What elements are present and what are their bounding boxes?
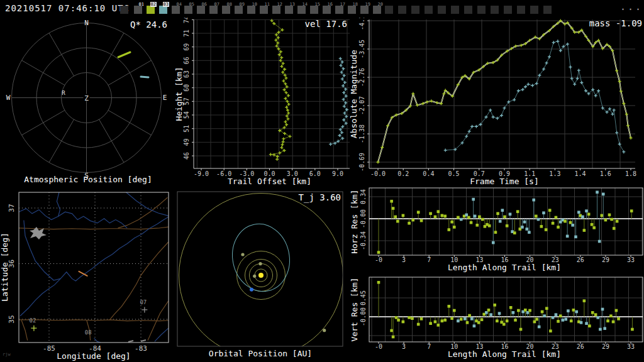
station-button-09[interactable]: 09 [235, 6, 243, 14]
y-tick-label: -1.38 [358, 124, 365, 143]
residual-point [450, 317, 453, 320]
station-button-13[interactable]: 13 [285, 6, 293, 14]
station-square-blank [120, 6, 128, 14]
station-button-17[interactable]: 17 [335, 6, 343, 14]
residual-point [377, 281, 380, 284]
station-button-10[interactable]: 10 [247, 6, 255, 14]
residual-point [429, 212, 432, 215]
residual-point [503, 216, 506, 219]
map-station-label-07: 07 [140, 299, 147, 305]
residual-point [468, 314, 471, 317]
river [57, 192, 60, 216]
meteor-streak-station-03 [141, 77, 148, 77]
series-line [445, 41, 624, 152]
residual-point [397, 319, 400, 322]
station-square-blank [411, 6, 419, 14]
station-button-04[interactable]: 04 [172, 6, 180, 14]
residual-point [552, 316, 555, 319]
residual-point [580, 321, 583, 324]
station-button-02[interactable]: 02 [147, 6, 155, 14]
planet-dot [323, 329, 326, 332]
overflow-menu-button[interactable]: ... [620, 1, 643, 13]
residual-point [549, 329, 552, 332]
river [155, 328, 169, 341]
y-tick-label: -0.00 [360, 209, 367, 228]
residual-point [613, 227, 616, 230]
river [126, 192, 169, 216]
station-button-01[interactable]: 01 [134, 6, 142, 14]
residual-point [537, 218, 540, 221]
residual-point [408, 316, 411, 319]
station-button-label: 18 [353, 2, 358, 7]
station-button-14[interactable]: 14 [297, 6, 306, 14]
residual-point [592, 226, 596, 229]
station-button-label: 19 [365, 2, 370, 7]
station-button-15[interactable]: 15 [310, 6, 318, 14]
residual-point [564, 318, 567, 321]
residual-point [417, 323, 420, 326]
station-button-12[interactable]: 12 [272, 6, 280, 14]
orbit-layers [179, 194, 343, 358]
station-button-06[interactable]: 06 [197, 6, 205, 14]
station-square-blank [517, 6, 525, 14]
station-button-label: 16 [328, 2, 333, 7]
residual-point [474, 215, 477, 218]
station-button-07[interactable]: 07 [209, 6, 218, 14]
residual-point [514, 319, 517, 322]
panel-trail-offset-ylabel: Height [km] [174, 67, 184, 121]
residual-point [473, 324, 476, 327]
residual-point [602, 193, 605, 196]
residual-point [390, 200, 393, 203]
station-button-19[interactable]: 19 [360, 6, 369, 14]
x-tick-label: 33 [627, 343, 635, 350]
lat-tick-label: 37 [8, 204, 16, 212]
residual-point [557, 320, 560, 323]
y-tick-label: 49 [183, 138, 190, 146]
station-button-18[interactable]: 18 [348, 6, 356, 14]
compass-north-label: N [84, 19, 89, 27]
station-square-blank [385, 6, 393, 14]
state-boundary [109, 242, 168, 320]
station-button-label: 07 [214, 2, 219, 7]
panel-trail-offset-xlabel: Trail Offset [km] [228, 177, 311, 186]
panel-trail-offset-series-station-02 [269, 19, 292, 161]
residual-point [489, 313, 492, 316]
station-button-20[interactable]: 20 [373, 6, 381, 14]
station-button-11[interactable]: 11 [260, 6, 268, 14]
station-button-03[interactable]: 03 [159, 6, 167, 14]
residual-point [572, 309, 575, 312]
state-boundary [118, 197, 168, 228]
station-button-label: 05 [189, 2, 194, 7]
residual-point [447, 305, 450, 308]
panel-vert-residuals: -03710131620232629330.45-0.00Length Alon… [350, 277, 643, 359]
residual-point [559, 314, 562, 317]
residual-point [596, 316, 599, 319]
panel-horz-residuals-ylabel: Horz Res [km] [350, 190, 359, 254]
x-tick-label: 3 [402, 343, 406, 350]
x-tick-label: 7 [427, 256, 431, 263]
residual-point [555, 216, 558, 219]
x-tick-label: 29 [602, 256, 609, 263]
planet-dot [253, 275, 256, 278]
residual-point [506, 319, 509, 322]
residual-point [535, 215, 538, 218]
residual-point [538, 326, 541, 329]
x-tick-label: 1.8 [625, 170, 636, 177]
panel-orbital-position: T_j 3.60Orbital Position [AU] [177, 192, 343, 358]
x-tick-label: 26 [577, 256, 584, 263]
x-tick-label: 0.5 [448, 170, 460, 177]
atmospheric-caption: Atmospheric Position [deg] [24, 175, 152, 184]
radiant-label: R [62, 90, 65, 96]
residual-point [492, 241, 495, 244]
river [19, 209, 127, 228]
station-button-05[interactable]: 05 [184, 6, 192, 14]
panel-magnitude-title: mass -1.09 [589, 18, 642, 28]
y-tick-label: -3.45 [358, 40, 365, 58]
station-button-08[interactable]: 08 [222, 6, 230, 14]
station-square-blank [425, 6, 433, 14]
station-button-16[interactable]: 16 [323, 6, 331, 14]
residual-point [429, 322, 432, 325]
orbit-caption: Orbital Position [AU] [209, 349, 312, 358]
tisserand-label: T_j 3.60 [299, 192, 341, 203]
residual-point [396, 220, 399, 223]
